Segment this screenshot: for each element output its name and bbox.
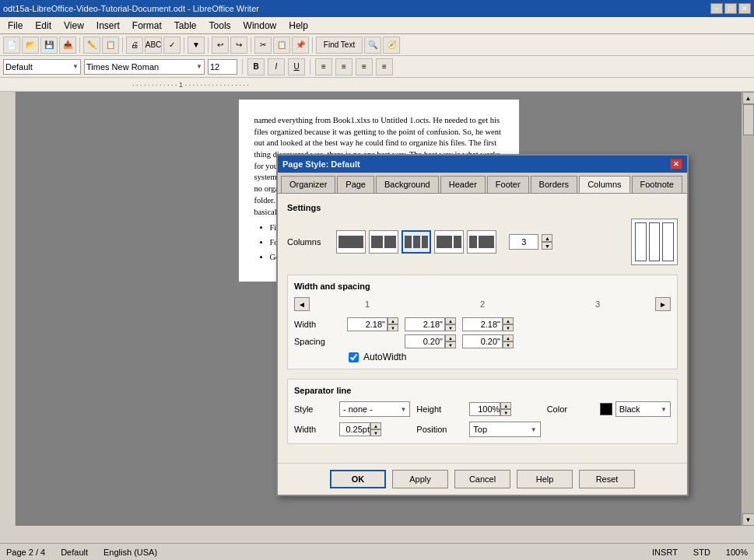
style-selector[interactable]: Default ▼: [3, 59, 81, 75]
new-btn[interactable]: 📄: [3, 37, 20, 54]
width-spin-1: ▲ ▼: [388, 317, 398, 331]
tab-columns[interactable]: Columns: [579, 176, 630, 193]
redo-btn[interactable]: ↪: [230, 37, 247, 54]
paste-btn[interactable]: 📌: [292, 37, 309, 54]
align-right-btn[interactable]: ≡: [356, 58, 373, 75]
undo-btn[interactable]: ↩: [212, 37, 229, 54]
underline-btn[interactable]: U: [288, 58, 305, 75]
align-justify-btn[interactable]: ≡: [376, 58, 393, 75]
apply-button[interactable]: Apply: [392, 470, 448, 488]
cancel-button[interactable]: Cancel: [454, 470, 510, 488]
preset-right-wide[interactable]: [467, 230, 496, 254]
dialog-close-button[interactable]: ✕: [670, 159, 682, 170]
tab-page[interactable]: Page: [337, 176, 374, 193]
menu-format[interactable]: Format: [126, 19, 168, 33]
tab-background[interactable]: Background: [376, 176, 439, 193]
preview-col-2: [649, 222, 661, 261]
menu-window[interactable]: Window: [237, 19, 283, 33]
save-btn[interactable]: 💾: [40, 37, 58, 54]
sep-height-down[interactable]: ▼: [500, 409, 511, 416]
align-left-btn[interactable]: ≡: [315, 58, 332, 75]
menu-edit[interactable]: Edit: [29, 19, 58, 33]
width-spin-1-up[interactable]: ▲: [388, 317, 398, 324]
spell2-btn[interactable]: ✓: [163, 37, 181, 54]
bold-btn[interactable]: B: [247, 58, 265, 75]
ruler: · · · · · · · · · · · · 1 · · · · · · · …: [0, 78, 754, 92]
menu-table[interactable]: Table: [168, 19, 203, 33]
help-button[interactable]: Help: [517, 470, 573, 488]
menu-view[interactable]: View: [58, 19, 90, 33]
size-selector[interactable]: 12: [208, 59, 237, 75]
columns-spin-up[interactable]: ▲: [542, 234, 552, 242]
spacing-input-2[interactable]: [462, 334, 503, 348]
width-input-2[interactable]: [405, 317, 445, 331]
sep-width-input[interactable]: [339, 422, 370, 436]
width-spin-1-down[interactable]: ▼: [388, 324, 398, 331]
spell-btn[interactable]: ABC: [145, 37, 162, 54]
spacing-spin-2-down[interactable]: ▼: [503, 341, 514, 348]
width-spin-3-up[interactable]: ▲: [503, 317, 514, 324]
menu-file[interactable]: File: [2, 19, 29, 33]
width-spin-3-down[interactable]: ▼: [503, 324, 514, 331]
width-input-1-group: ▲ ▼: [347, 317, 398, 331]
columns-preview-container: [631, 219, 678, 265]
preset-2col[interactable]: [369, 230, 398, 254]
width-input-1[interactable]: [347, 317, 388, 331]
sep-color-select[interactable]: Black ▼: [615, 401, 671, 417]
copy-btn[interactable]: 📋: [273, 37, 290, 54]
preset-1col[interactable]: [336, 230, 366, 254]
edit-btn[interactable]: ✏️: [83, 37, 100, 54]
width-spin-2-up[interactable]: ▲: [445, 317, 456, 324]
formattingbar: Default ▼ Times New Roman ▼ 12 B I U ≡ ≡…: [0, 56, 754, 78]
spacing-spin-2-up[interactable]: ▲: [503, 334, 514, 341]
spacing-input-1[interactable]: [405, 334, 445, 348]
page-style-dialog: Page Style: Default ✕ Organizer Page Bac…: [276, 154, 689, 496]
sep-position-select[interactable]: Top ▼: [469, 422, 540, 437]
ws-header: ◄ 1 2 3 ►: [294, 297, 671, 311]
width-spin-2: ▲ ▼: [445, 317, 456, 331]
tab-footer[interactable]: Footer: [487, 176, 529, 193]
sep-style-select[interactable]: - none - ▼: [339, 401, 410, 417]
align-center-btn[interactable]: ≡: [335, 58, 352, 75]
tab-header[interactable]: Header: [440, 176, 486, 193]
sep-height-up[interactable]: ▲: [500, 402, 511, 409]
menu-insert[interactable]: Insert: [90, 19, 126, 33]
menu-tools[interactable]: Tools: [203, 19, 237, 33]
minimize-button[interactable]: −: [710, 3, 723, 14]
autowidth-checkbox[interactable]: [349, 352, 359, 362]
columns-spin-down[interactable]: ▼: [542, 242, 552, 250]
ok-button[interactable]: OK: [330, 470, 386, 488]
preset-left-wide[interactable]: [434, 230, 464, 254]
find-btn[interactable]: 🔍: [364, 37, 381, 54]
close-button[interactable]: ✕: [738, 3, 751, 14]
preset-3col[interactable]: [402, 230, 431, 254]
col-nav-right[interactable]: ►: [655, 297, 671, 311]
spacing-spin-1-up[interactable]: ▲: [445, 334, 456, 341]
navigator-btn[interactable]: 🧭: [383, 37, 400, 54]
open-btn[interactable]: 📂: [22, 37, 39, 54]
columns-input[interactable]: [509, 234, 538, 250]
tab-organizer[interactable]: Organizer: [281, 176, 335, 193]
italic-btn[interactable]: I: [268, 58, 285, 75]
sep-height-input[interactable]: [469, 402, 500, 416]
spacing-spin-1-down[interactable]: ▼: [445, 341, 456, 348]
export-pdf-btn[interactable]: 📋: [102, 37, 119, 54]
col-num-1: 1: [365, 299, 370, 309]
width-spin-2-down[interactable]: ▼: [445, 324, 456, 331]
tab-borders[interactable]: Borders: [531, 176, 578, 193]
save-as-btn[interactable]: 📥: [59, 37, 76, 54]
font-selector[interactable]: Times New Roman ▼: [84, 59, 205, 75]
sep-width-up[interactable]: ▲: [370, 422, 381, 429]
reset-button[interactable]: Reset: [579, 470, 635, 488]
sep-width-label: Width: [294, 425, 333, 434]
menu-help[interactable]: Help: [282, 19, 314, 33]
width-input-3[interactable]: [462, 317, 503, 331]
menubar: File Edit View Insert Format Table Tools…: [0, 17, 754, 34]
cut-btn[interactable]: ✂: [254, 37, 272, 54]
more-btn[interactable]: ▼: [188, 37, 205, 54]
print-btn[interactable]: 🖨: [126, 37, 143, 54]
sep-width-down[interactable]: ▼: [370, 429, 381, 436]
maximize-button[interactable]: □: [724, 3, 737, 14]
col-nav-left[interactable]: ◄: [294, 297, 310, 311]
tab-footnote[interactable]: Footnote: [632, 176, 682, 193]
